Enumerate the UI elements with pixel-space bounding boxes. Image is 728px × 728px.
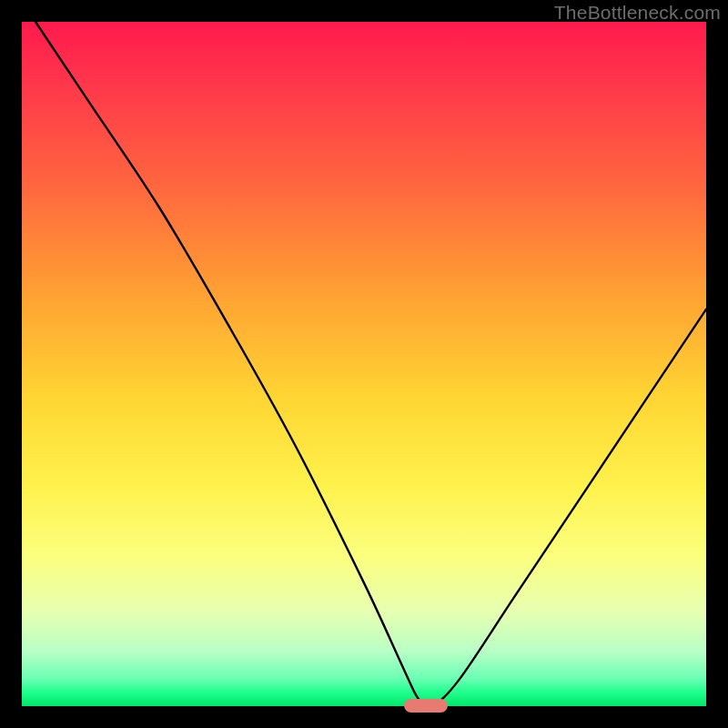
optimum-marker [404, 699, 448, 713]
chart-frame: TheBottleneck.com [0, 0, 728, 728]
curve-path [35, 22, 706, 707]
watermark-text: TheBottleneck.com [554, 2, 721, 24]
plot-area [22, 22, 706, 706]
bottleneck-curve [22, 22, 706, 706]
